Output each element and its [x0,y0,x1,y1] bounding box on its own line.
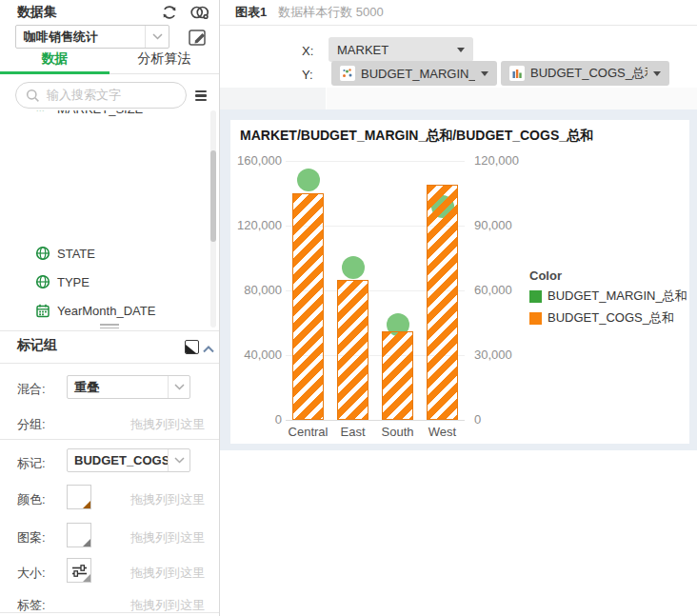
chart-point[interactable] [297,169,320,191]
scatter-chart-icon [340,66,355,81]
right-axis-tick: 60,000 [474,283,541,297]
chart-title: MARKET/BUDGET_MARGIN_总和/BUDGET_COGS_总和 [240,128,593,145]
color-swatch[interactable] [67,485,91,509]
right-axis-tick: 120,000 [474,153,541,168]
y-field-pill-cogs[interactable]: BUDGET_COGS_总和 [501,61,669,86]
legend-color-swatch [529,312,542,325]
main-area: 图表1 数据样本行数 5000 X: MARKET Y: BUDGET_MARG… [220,0,697,616]
left-axis-tick: 160,000 [230,153,282,168]
x-field-pill[interactable]: MARKET [329,37,473,62]
size-swatch[interactable] [67,558,91,583]
chart-bar[interactable] [337,280,368,420]
dataset-name: 咖啡销售统计 [16,29,145,46]
field-item-state[interactable]: STATE [0,240,209,267]
legend-title: Color [529,268,687,283]
blend-value: 重叠 [68,379,168,396]
color-drop-zone[interactable]: 拖拽列到这里 [130,491,205,508]
mark-style-icon[interactable] [185,340,199,354]
chart-config-header: 图表1 数据样本行数 5000 [220,0,697,26]
empty-config-row-content [327,88,697,109]
caret-down-icon [457,48,465,52]
chart-legend: Color BUDGET_MARGIN_总和BUDGET_COGS_总和 [529,268,687,331]
y-axis-label: Y: [302,68,313,82]
tab-data[interactable]: 数据 [0,50,110,68]
empty-config-row-label [220,88,326,109]
globe-icon [35,274,50,289]
blend-select[interactable]: 重叠 [67,375,190,399]
x-axis-label: X: [302,44,313,58]
legend-label: BUDGET_MARGIN_总和 [548,288,687,305]
right-axis-tick: 90,000 [474,218,541,232]
size-drop-zone[interactable]: 拖拽列到这里 [130,565,205,582]
chevron-up-icon[interactable] [203,340,214,357]
blend-label: 混合: [17,381,46,398]
sidebar: 数据集 咖啡销售统计 [0,0,220,616]
pattern-drop-zone[interactable]: 拖拽列到这里 [130,529,205,546]
field-list-scrollbar-thumb[interactable] [210,150,216,242]
divider [0,439,219,440]
chevron-down-icon[interactable] [168,449,189,471]
bar-chart-icon [509,66,525,81]
dataset-blend-icon[interactable] [189,3,211,22]
left-axis-tick: 80,000 [230,283,282,297]
divider [0,330,219,331]
field-list-menu-icon[interactable] [195,90,207,101]
active-tab-underline [0,71,110,74]
field-item-type[interactable]: TYPE [0,268,209,295]
chart-bar[interactable] [427,185,458,420]
field-item-market-size[interactable]: ··· MARKET_SIZE [0,110,209,122]
left-axis-tick: 40,000 [230,348,282,362]
app-root: 数据集 咖啡销售统计 [0,0,697,616]
text-field-icon: ··· [35,110,50,116]
search-input[interactable]: 输入搜索文字 [15,82,187,109]
refresh-icon[interactable] [160,3,179,22]
divider [0,612,219,613]
left-axis-tick: 120,000 [230,218,282,232]
size-label: 大小: [17,565,46,582]
chart-point[interactable] [342,256,365,279]
right-axis-tick: 30,000 [474,348,541,362]
dataset-section-title: 数据集 [17,4,57,21]
field-item-yearmonth-date[interactable]: YearMonth_DATE [0,297,209,324]
pattern-label: 图案: [17,529,46,546]
caret-down-icon [481,71,488,76]
left-axis-tick: 0 [230,412,282,427]
search-placeholder: 输入搜索文字 [47,87,121,104]
legend-item[interactable]: BUDGET_MARGIN_总和 [529,288,687,305]
gridline [286,161,465,162]
calendar-icon [35,303,50,318]
sidebar-tabs: 数据 分析算法 [0,48,219,74]
chart-card[interactable]: MARKET/BUDGET_MARGIN_总和/BUDGET_COGS_总和 C… [230,120,689,444]
chart-tab-title[interactable]: 图表1 [235,4,267,21]
chart-bar[interactable] [382,331,413,420]
field-list: ··· MARKET_SIZE STATE [0,110,219,328]
group-drop-zone[interactable]: 拖拽列到这里 [130,416,205,433]
tab-analytics[interactable]: 分析算法 [110,50,219,68]
legend-label: BUDGET_COGS_总和 [548,309,674,327]
mark-select[interactable]: BUDGET_COGS_总和 [67,448,190,472]
search-icon [26,89,40,103]
color-label: 颜色: [17,491,46,508]
svg-text:···: ··· [36,110,45,115]
sample-rows-text: 数据样本行数 5000 [278,4,384,21]
panel-resize-handle[interactable] [100,324,119,329]
pattern-swatch[interactable] [67,523,91,547]
legend-item[interactable]: BUDGET_COGS_总和 [529,309,687,327]
right-axis-tick: 0 [474,412,541,427]
y-field-pill-margin[interactable]: BUDGET_MARGIN_… [331,61,497,86]
mark-value: BUDGET_COGS_总和 [68,452,168,469]
mark-label: 标记: [17,455,46,472]
chevron-down-icon[interactable] [168,376,189,398]
globe-icon [35,246,50,261]
x-category-label: West [414,425,471,439]
edit-dataset-icon[interactable] [188,27,209,48]
chart-bar[interactable] [292,193,324,420]
chevron-down-icon[interactable] [145,26,169,48]
chart-canvas: MARKET/BUDGET_MARGIN_总和/BUDGET_COGS_总和 C… [220,109,697,450]
group-label: 分组: [17,416,46,433]
marks-section-title: 标记组 [17,337,57,354]
caret-down-icon [653,71,661,76]
dataset-select[interactable]: 咖啡销售统计 [15,25,169,49]
divider [0,363,219,364]
